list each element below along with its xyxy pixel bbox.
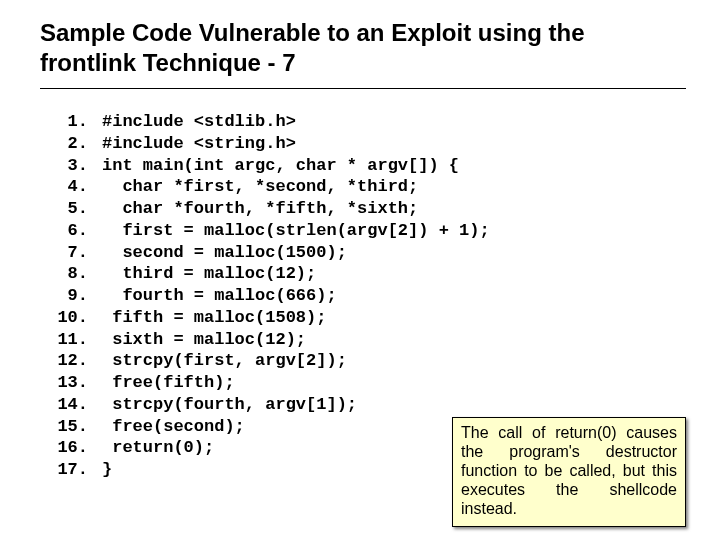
code-line: 6. first = malloc(strlen(argv[2]) + 1); — [40, 220, 686, 242]
code-block: 1.#include <stdlib.h>2.#include <string.… — [40, 111, 686, 481]
line-text: strcpy(first, argv[2]); — [102, 350, 347, 372]
line-text: #include <stdlib.h> — [102, 111, 296, 133]
line-text: fifth = malloc(1508); — [102, 307, 326, 329]
line-number: 12. — [40, 350, 102, 372]
code-line: 13. free(fifth); — [40, 372, 686, 394]
line-number: 17. — [40, 459, 102, 481]
title-divider — [40, 88, 686, 89]
line-number: 16. — [40, 437, 102, 459]
line-number: 14. — [40, 394, 102, 416]
line-number: 7. — [40, 242, 102, 264]
code-line: 7. second = malloc(1500); — [40, 242, 686, 264]
code-line: 5. char *fourth, *fifth, *sixth; — [40, 198, 686, 220]
code-line: 9. fourth = malloc(666); — [40, 285, 686, 307]
code-line: 2.#include <string.h> — [40, 133, 686, 155]
line-text: third = malloc(12); — [102, 263, 316, 285]
line-text: return(0); — [102, 437, 214, 459]
code-line: 3.int main(int argc, char * argv[]) { — [40, 155, 686, 177]
line-number: 13. — [40, 372, 102, 394]
line-text: free(fifth); — [102, 372, 235, 394]
code-line: 8. third = malloc(12); — [40, 263, 686, 285]
line-number: 11. — [40, 329, 102, 351]
line-text: #include <string.h> — [102, 133, 296, 155]
line-text: char *fourth, *fifth, *sixth; — [102, 198, 418, 220]
line-text: int main(int argc, char * argv[]) { — [102, 155, 459, 177]
line-number: 1. — [40, 111, 102, 133]
code-line: 10. fifth = malloc(1508); — [40, 307, 686, 329]
line-text: strcpy(fourth, argv[1]); — [102, 394, 357, 416]
line-number: 9. — [40, 285, 102, 307]
callout-note: The call of return(0) causes the program… — [452, 417, 686, 527]
line-text: fourth = malloc(666); — [102, 285, 337, 307]
line-number: 10. — [40, 307, 102, 329]
line-number: 3. — [40, 155, 102, 177]
line-text: sixth = malloc(12); — [102, 329, 306, 351]
code-line: 11. sixth = malloc(12); — [40, 329, 686, 351]
line-number: 15. — [40, 416, 102, 438]
line-number: 4. — [40, 176, 102, 198]
code-line: 1.#include <stdlib.h> — [40, 111, 686, 133]
line-text: char *first, *second, *third; — [102, 176, 418, 198]
line-number: 8. — [40, 263, 102, 285]
slide: Sample Code Vulnerable to an Exploit usi… — [0, 0, 720, 540]
slide-title: Sample Code Vulnerable to an Exploit usi… — [40, 18, 686, 78]
line-text: free(second); — [102, 416, 245, 438]
code-line: 14. strcpy(fourth, argv[1]); — [40, 394, 686, 416]
line-text: second = malloc(1500); — [102, 242, 347, 264]
code-line: 12. strcpy(first, argv[2]); — [40, 350, 686, 372]
code-line: 4. char *first, *second, *third; — [40, 176, 686, 198]
line-text: first = malloc(strlen(argv[2]) + 1); — [102, 220, 490, 242]
line-number: 5. — [40, 198, 102, 220]
line-number: 6. — [40, 220, 102, 242]
line-text: } — [102, 459, 112, 481]
line-number: 2. — [40, 133, 102, 155]
